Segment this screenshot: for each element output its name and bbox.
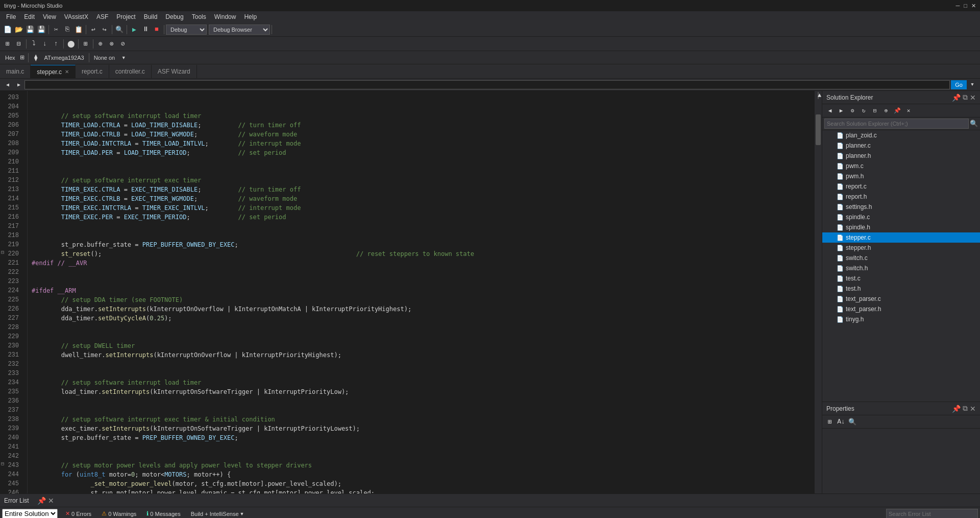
se-fwd-btn[interactable]: ▶ [836,105,847,116]
props-float-btn[interactable]: ⧉ [963,404,968,413]
none-on-dropdown[interactable]: ▼ [118,52,129,63]
se-file-spindle-c[interactable]: 📄spindle.c [822,212,980,222]
se-file-report-c[interactable]: 📄report.c [822,181,980,192]
menu-vassistx[interactable]: VAssistX [60,12,92,21]
se-file-pwm-c[interactable]: 📄pwm.c [822,161,980,171]
el-errors-badge[interactable]: ✕ 0 Errors [61,508,96,519]
el-scope-combo[interactable]: Entire Solution [2,509,58,518]
nav-dropdown-btn[interactable]: ▼ [967,79,978,90]
se-file-pwm-h[interactable]: 📄pwm.h [822,171,980,181]
se-more-btn[interactable]: ⊕ [880,105,892,116]
se-file-stepper-h[interactable]: 📄stepper.h [822,243,980,253]
props-pin-btn[interactable]: 📌 [952,405,961,413]
menu-debug[interactable]: Debug [161,12,187,21]
tb2-step-out[interactable]: ↑ [51,38,62,50]
tb2-btn2[interactable]: ⊟ [13,38,24,50]
nav-input[interactable] [24,80,950,89]
se-file-switch-c[interactable]: 📄switch.c [822,253,980,263]
tb2-misc2[interactable]: ⊗ [106,38,117,50]
se-refresh-btn[interactable]: ↻ [858,105,869,116]
tab-main-c[interactable]: main.c [0,65,31,78]
se-float-btn[interactable]: ⧉ [963,93,968,102]
tb2-misc3[interactable]: ⊘ [117,38,129,50]
tb2-breakpoint-btn[interactable]: ⬤ [65,38,77,50]
menu-help[interactable]: Help [240,12,261,21]
se-file-test-c[interactable]: 📄test.c [822,273,980,284]
find-btn[interactable]: 🔍 [114,24,125,35]
se-file-planner-c[interactable]: 📄planner.c [822,140,980,151]
open-btn[interactable]: 📂 [13,24,24,35]
go-button[interactable]: Go [951,80,967,89]
build-dropdown-icon[interactable]: ▼ [240,511,244,516]
props-category-btn[interactable]: ⊞ [824,416,836,428]
se-filter-btn[interactable]: ⊟ [869,105,880,116]
menu-asf[interactable]: ASF [92,12,112,21]
se-search-input[interactable] [824,119,969,129]
redo-btn[interactable]: ↪ [99,24,110,35]
tb2-misc1[interactable]: ⊕ [95,38,106,50]
hex-btn[interactable]: ⊞ [18,54,27,62]
paste-btn[interactable]: 📋 [73,24,84,35]
collapse-arm-marker[interactable]: ⊟ [1,249,4,255]
nav-fwd-btn[interactable]: ▶ [13,79,24,90]
close-stepper-tab[interactable]: ✕ [65,69,69,75]
stop-btn[interactable]: ■ [151,24,162,35]
copy-btn[interactable]: ⎘ [62,24,73,35]
tab-controller-c[interactable]: controller.c [109,65,152,78]
menu-project[interactable]: Project [112,12,139,21]
debug-browser-combo[interactable]: Debug Browser [209,25,270,35]
scroll-thumb[interactable] [816,114,821,145]
vertical-scrollbar[interactable]: ▲ [815,91,822,493]
se-file-test-h[interactable]: 📄test.h [822,284,980,294]
code-content[interactable]: // setup software interrupt load timer T… [28,91,815,493]
se-back-btn[interactable]: ◀ [824,105,836,116]
se-file-tinyg-h[interactable]: 📄tinyg.h [822,314,980,324]
minimize-btn[interactable]: ─ [956,3,960,9]
menu-tools[interactable]: Tools [188,12,210,21]
se-file-planner-h[interactable]: 📄planner.h [822,151,980,161]
menu-window[interactable]: Window [210,12,240,21]
tb2-memory-btn[interactable]: ⊞ [80,38,91,50]
tb2-step-over[interactable]: ⤵ [28,38,39,50]
tab-report-c[interactable]: report.c [76,65,109,78]
menu-build[interactable]: Build [140,12,162,21]
props-alpha-btn[interactable]: A↓ [836,416,847,428]
save-btn[interactable]: 💾 [24,24,36,35]
start-btn[interactable]: ▶ [129,24,140,35]
se-file-text_parser-h[interactable]: 📄text_parser.h [822,304,980,314]
menu-edit[interactable]: Edit [20,12,39,21]
se-file-plan_zoid-c[interactable]: 📄plan_zoid.c [822,130,980,140]
pause-btn[interactable]: ⏸ [140,24,151,35]
close-btn[interactable]: ✕ [971,3,976,9]
props-close-btn[interactable]: ✕ [970,405,976,413]
se-file-settings-h[interactable]: 📄settings.h [822,202,980,212]
tb2-btn1[interactable]: ⊞ [2,38,13,50]
new-project-btn[interactable]: 📄 [2,24,13,35]
collapse-comment-marker[interactable]: ⊟ [1,461,4,467]
el-pin-btn[interactable]: 📌 [37,497,46,505]
scroll-up-btn[interactable]: ▲ [818,92,819,99]
se-file-switch-h[interactable]: 📄switch.h [822,263,980,273]
props-search-btn[interactable]: 🔍 [847,416,858,428]
se-close-btn[interactable]: ✕ [970,93,976,102]
tb2-step-into[interactable]: ↓ [39,38,51,50]
se-props-btn[interactable]: ⚙ [847,105,858,116]
el-warnings-badge[interactable]: ⚠ 0 Warnings [97,508,141,519]
code-editor[interactable]: ⊟ ⊟ 203204205206207208209210211212213214… [0,91,822,493]
cut-btn[interactable]: ✂ [51,24,62,35]
se-file-spindle-h[interactable]: 📄spindle.h [822,222,980,232]
tab-asf-wizard[interactable]: ASF Wizard [152,65,197,78]
tab-stepper-c[interactable]: stepper.c ✕ [31,65,76,78]
se-file-report-h[interactable]: 📄report.h [822,192,980,202]
nav-back-btn[interactable]: ◀ [2,79,13,90]
se-close2-btn[interactable]: ✕ [903,105,914,116]
el-search-input[interactable] [886,509,978,519]
se-search-icon[interactable]: 🔍 [970,120,978,128]
se-file-stepper-c[interactable]: 📄stepper.c [822,232,980,243]
el-messages-badge[interactable]: ℹ 0 Messages [142,508,185,519]
maximize-btn[interactable]: □ [964,3,967,9]
se-pin-btn[interactable]: 📌 [952,93,961,102]
el-build-badge[interactable]: Build + IntelliSense ▼ [186,508,249,519]
save-all-btn[interactable]: 💾 [36,24,47,35]
debug-mode-combo[interactable]: Debug [166,25,207,35]
